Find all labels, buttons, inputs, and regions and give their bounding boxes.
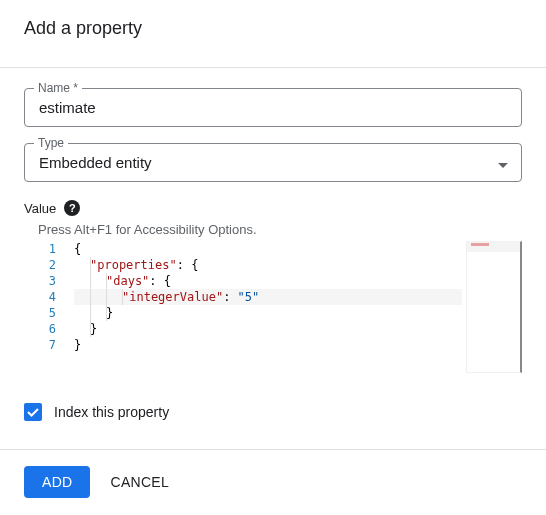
type-field-wrap: Type Embedded entity: [24, 143, 522, 182]
code-line[interactable]: }: [74, 337, 522, 353]
line-number: 6: [24, 321, 56, 337]
index-checkbox[interactable]: [24, 403, 42, 421]
line-number: 5: [24, 305, 56, 321]
minimap[interactable]: [466, 241, 522, 373]
code-line[interactable]: "days": {: [74, 273, 522, 289]
add-button[interactable]: ADD: [24, 466, 90, 498]
line-number: 3: [24, 273, 56, 289]
line-gutter: 1234567: [24, 241, 74, 377]
line-number: 4: [24, 289, 56, 305]
line-number: 2: [24, 257, 56, 273]
line-number: 1: [24, 241, 56, 257]
code-line[interactable]: }: [74, 305, 522, 321]
value-label: Value: [24, 201, 56, 216]
code-line[interactable]: {: [74, 241, 522, 257]
name-input[interactable]: [24, 88, 522, 127]
name-field-wrap: Name *: [24, 88, 522, 127]
accessibility-hint: Press Alt+F1 for Accessibility Options.: [38, 222, 522, 237]
type-label: Type: [34, 136, 68, 150]
code-line[interactable]: "properties": {: [74, 257, 522, 273]
code-editor[interactable]: 1234567 {"properties": {"days": {"intege…: [24, 241, 522, 377]
code-area[interactable]: {"properties": {"days": {"integerValue":…: [74, 241, 522, 377]
cancel-button[interactable]: CANCEL: [110, 474, 169, 490]
line-number: 7: [24, 337, 56, 353]
index-label: Index this property: [54, 404, 169, 420]
divider: [0, 67, 546, 68]
type-select[interactable]: Embedded entity: [24, 143, 522, 182]
dialog-title: Add a property: [24, 18, 522, 39]
code-line[interactable]: }: [74, 321, 522, 337]
code-line[interactable]: "integerValue": "5": [74, 289, 462, 305]
name-label: Name *: [34, 81, 82, 95]
help-icon[interactable]: ?: [64, 200, 80, 216]
